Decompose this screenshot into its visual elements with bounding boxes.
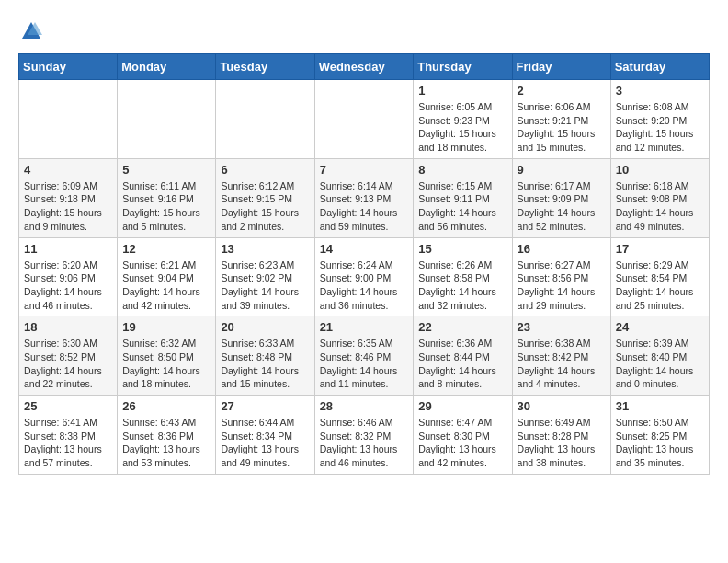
calendar-week-5: 25Sunrise: 6:41 AMSunset: 8:38 PMDayligh… <box>19 396 710 475</box>
calendar-cell: 12Sunrise: 6:21 AMSunset: 9:04 PMDayligh… <box>118 237 216 316</box>
day-header-thursday: Thursday <box>414 54 512 80</box>
day-header-monday: Monday <box>118 54 216 80</box>
day-info: Sunrise: 6:49 AMSunset: 8:28 PMDaylight:… <box>518 416 606 470</box>
day-number: 11 <box>24 242 112 256</box>
day-number: 16 <box>518 242 606 256</box>
calendar-cell: 2Sunrise: 6:06 AMSunset: 9:21 PMDaylight… <box>512 80 610 159</box>
day-number: 25 <box>24 399 112 413</box>
calendar-cell: 8Sunrise: 6:15 AMSunset: 9:11 PMDaylight… <box>414 158 512 237</box>
calendar-cell: 24Sunrise: 6:39 AMSunset: 8:40 PMDayligh… <box>610 316 709 396</box>
day-number: 4 <box>24 163 112 177</box>
calendar-cell: 1Sunrise: 6:05 AMSunset: 9:23 PMDaylight… <box>414 80 512 159</box>
day-number: 12 <box>122 242 210 256</box>
day-info: Sunrise: 6:46 AMSunset: 8:32 PMDaylight:… <box>320 416 409 470</box>
page-header <box>18 18 710 44</box>
day-number: 30 <box>518 399 606 413</box>
day-info: Sunrise: 6:39 AMSunset: 8:40 PMDaylight:… <box>616 337 704 391</box>
day-info: Sunrise: 6:50 AMSunset: 8:25 PMDaylight:… <box>616 416 704 470</box>
day-info: Sunrise: 6:08 AMSunset: 9:20 PMDaylight:… <box>616 100 704 155</box>
day-info: Sunrise: 6:35 AMSunset: 8:46 PMDaylight:… <box>320 337 409 391</box>
day-number: 26 <box>122 399 210 413</box>
day-number: 9 <box>518 163 606 177</box>
day-info: Sunrise: 6:17 AMSunset: 9:09 PMDaylight:… <box>518 179 606 234</box>
day-header-friday: Friday <box>512 54 610 80</box>
calendar-header-row: SundayMondayTuesdayWednesdayThursdayFrid… <box>19 54 710 80</box>
calendar-cell <box>216 80 314 159</box>
day-number: 24 <box>616 320 704 334</box>
calendar-cell: 13Sunrise: 6:23 AMSunset: 9:02 PMDayligh… <box>216 237 314 316</box>
day-number: 3 <box>616 84 704 98</box>
day-info: Sunrise: 6:41 AMSunset: 8:38 PMDaylight:… <box>24 416 112 470</box>
calendar-cell: 14Sunrise: 6:24 AMSunset: 9:00 PMDayligh… <box>314 237 414 316</box>
day-info: Sunrise: 6:15 AMSunset: 9:11 PMDaylight:… <box>418 179 506 234</box>
calendar-week-1: 1Sunrise: 6:05 AMSunset: 9:23 PMDaylight… <box>19 80 710 159</box>
day-info: Sunrise: 6:30 AMSunset: 8:52 PMDaylight:… <box>24 337 112 391</box>
day-number: 5 <box>122 163 210 177</box>
day-number: 22 <box>418 320 506 334</box>
calendar-cell: 4Sunrise: 6:09 AMSunset: 9:18 PMDaylight… <box>19 158 118 237</box>
calendar-cell: 11Sunrise: 6:20 AMSunset: 9:06 PMDayligh… <box>19 237 118 316</box>
calendar-cell: 3Sunrise: 6:08 AMSunset: 9:20 PMDaylight… <box>610 80 709 159</box>
day-number: 20 <box>221 320 309 334</box>
day-info: Sunrise: 6:21 AMSunset: 9:04 PMDaylight:… <box>122 259 210 313</box>
calendar-cell: 22Sunrise: 6:36 AMSunset: 8:44 PMDayligh… <box>414 316 512 396</box>
day-number: 27 <box>221 399 309 413</box>
day-info: Sunrise: 6:29 AMSunset: 8:54 PMDaylight:… <box>616 259 704 313</box>
calendar-body: 1Sunrise: 6:05 AMSunset: 9:23 PMDaylight… <box>19 80 710 475</box>
day-number: 31 <box>616 399 704 413</box>
calendar-cell: 9Sunrise: 6:17 AMSunset: 9:09 PMDaylight… <box>512 158 610 237</box>
calendar-cell: 6Sunrise: 6:12 AMSunset: 9:15 PMDaylight… <box>216 158 314 237</box>
day-info: Sunrise: 6:47 AMSunset: 8:30 PMDaylight:… <box>418 416 506 470</box>
day-info: Sunrise: 6:14 AMSunset: 9:13 PMDaylight:… <box>320 179 409 234</box>
day-number: 8 <box>418 163 506 177</box>
calendar-table: SundayMondayTuesdayWednesdayThursdayFrid… <box>18 53 710 475</box>
day-number: 7 <box>320 163 409 177</box>
day-number: 13 <box>221 242 309 256</box>
calendar-cell: 30Sunrise: 6:49 AMSunset: 8:28 PMDayligh… <box>512 396 610 475</box>
day-number: 15 <box>418 242 506 256</box>
day-info: Sunrise: 6:24 AMSunset: 9:00 PMDaylight:… <box>320 259 409 313</box>
calendar-cell: 19Sunrise: 6:32 AMSunset: 8:50 PMDayligh… <box>118 316 216 396</box>
calendar-week-3: 11Sunrise: 6:20 AMSunset: 9:06 PMDayligh… <box>19 237 710 316</box>
day-number: 23 <box>518 320 606 334</box>
day-number: 17 <box>616 242 704 256</box>
logo-icon <box>18 18 44 44</box>
day-info: Sunrise: 6:44 AMSunset: 8:34 PMDaylight:… <box>221 416 309 470</box>
calendar-cell: 17Sunrise: 6:29 AMSunset: 8:54 PMDayligh… <box>610 237 709 316</box>
day-info: Sunrise: 6:20 AMSunset: 9:06 PMDaylight:… <box>24 259 112 313</box>
day-info: Sunrise: 6:05 AMSunset: 9:23 PMDaylight:… <box>418 100 506 155</box>
day-number: 1 <box>418 84 506 98</box>
day-number: 21 <box>320 320 409 334</box>
calendar-cell <box>118 80 216 159</box>
day-info: Sunrise: 6:11 AMSunset: 9:16 PMDaylight:… <box>122 179 210 234</box>
day-header-tuesday: Tuesday <box>216 54 314 80</box>
calendar-cell: 5Sunrise: 6:11 AMSunset: 9:16 PMDaylight… <box>118 158 216 237</box>
day-info: Sunrise: 6:43 AMSunset: 8:36 PMDaylight:… <box>122 416 210 470</box>
day-number: 6 <box>221 163 309 177</box>
calendar-cell: 20Sunrise: 6:33 AMSunset: 8:48 PMDayligh… <box>216 316 314 396</box>
calendar-cell: 26Sunrise: 6:43 AMSunset: 8:36 PMDayligh… <box>118 396 216 475</box>
calendar-cell: 29Sunrise: 6:47 AMSunset: 8:30 PMDayligh… <box>414 396 512 475</box>
day-info: Sunrise: 6:36 AMSunset: 8:44 PMDaylight:… <box>418 337 506 391</box>
calendar-cell: 23Sunrise: 6:38 AMSunset: 8:42 PMDayligh… <box>512 316 610 396</box>
day-info: Sunrise: 6:33 AMSunset: 8:48 PMDaylight:… <box>221 337 309 391</box>
day-info: Sunrise: 6:32 AMSunset: 8:50 PMDaylight:… <box>122 337 210 391</box>
day-header-saturday: Saturday <box>610 54 709 80</box>
day-info: Sunrise: 6:18 AMSunset: 9:08 PMDaylight:… <box>616 179 704 234</box>
day-info: Sunrise: 6:12 AMSunset: 9:15 PMDaylight:… <box>221 179 309 234</box>
day-info: Sunrise: 6:06 AMSunset: 9:21 PMDaylight:… <box>518 100 606 155</box>
calendar-cell: 21Sunrise: 6:35 AMSunset: 8:46 PMDayligh… <box>314 316 414 396</box>
day-info: Sunrise: 6:27 AMSunset: 8:56 PMDaylight:… <box>518 259 606 313</box>
calendar-cell: 18Sunrise: 6:30 AMSunset: 8:52 PMDayligh… <box>19 316 118 396</box>
calendar-cell: 27Sunrise: 6:44 AMSunset: 8:34 PMDayligh… <box>216 396 314 475</box>
calendar-week-4: 18Sunrise: 6:30 AMSunset: 8:52 PMDayligh… <box>19 316 710 396</box>
calendar-cell: 16Sunrise: 6:27 AMSunset: 8:56 PMDayligh… <box>512 237 610 316</box>
day-number: 14 <box>320 242 409 256</box>
day-info: Sunrise: 6:09 AMSunset: 9:18 PMDaylight:… <box>24 179 112 234</box>
logo <box>18 18 48 44</box>
day-info: Sunrise: 6:23 AMSunset: 9:02 PMDaylight:… <box>221 259 309 313</box>
calendar-cell: 10Sunrise: 6:18 AMSunset: 9:08 PMDayligh… <box>610 158 709 237</box>
calendar-cell: 25Sunrise: 6:41 AMSunset: 8:38 PMDayligh… <box>19 396 118 475</box>
day-header-sunday: Sunday <box>19 54 118 80</box>
day-number: 10 <box>616 163 704 177</box>
